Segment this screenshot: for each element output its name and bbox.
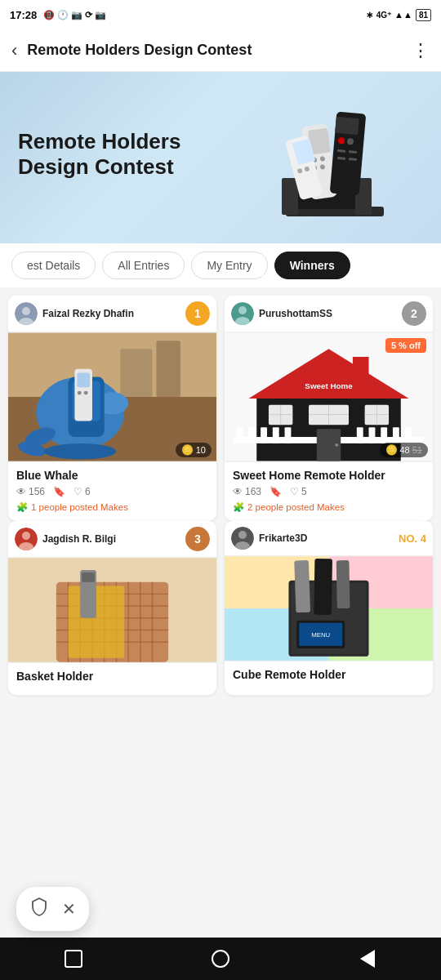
square-icon xyxy=(65,950,82,968)
rank-badge-1: 1 xyxy=(185,301,210,326)
svg-rect-101 xyxy=(294,560,310,612)
triangle-icon xyxy=(360,950,375,968)
coin-value-1: 10 xyxy=(196,445,206,455)
card-image-4: MENU xyxy=(225,555,433,662)
likes-stat-2: ♡ 5 xyxy=(290,486,307,497)
bookmark-icon: 🔖 xyxy=(53,486,65,497)
discount-badge-2: 5 % off xyxy=(385,338,426,353)
svg-text:MENU: MENU xyxy=(311,631,330,639)
card-info-4: Cube Remote Holder xyxy=(225,662,433,693)
status-right-icons: ∗ 4G⁺ ▲▲ 81 xyxy=(366,9,431,21)
heart-icon-2: ♡ xyxy=(290,486,299,497)
banner-illustration xyxy=(220,80,433,243)
banner-text: Remote Holders Design Contest xyxy=(18,129,180,180)
svg-rect-28 xyxy=(156,341,180,397)
makes-icon-2: 🧩 xyxy=(233,501,244,513)
makes-icon-1: 🧩 xyxy=(16,501,28,513)
tab-winners[interactable]: Winners xyxy=(274,252,350,279)
makes-line-2: 🧩 2 people posted Makes xyxy=(233,501,425,513)
card-title-2: Sweet Home Remote Holder xyxy=(233,469,425,482)
svg-rect-56 xyxy=(393,427,399,443)
coin-icon-2: 🪙 xyxy=(385,444,398,456)
svg-rect-36 xyxy=(77,373,90,388)
eye-icon-2: 👁 xyxy=(233,486,243,497)
user-avatar-4 xyxy=(231,527,254,550)
circle-icon xyxy=(212,950,229,968)
svg-rect-103 xyxy=(336,560,350,608)
svg-point-39 xyxy=(44,443,116,460)
views-stat-2: 👁 163 xyxy=(233,486,261,497)
user-name-3: Jagdish R. Bilgi xyxy=(42,533,180,545)
winner-card-2[interactable]: PurushottamSS 2 xyxy=(225,296,433,521)
contest-banner: Remote Holders Design Contest xyxy=(0,72,441,243)
back-button[interactable]: ‹ xyxy=(11,42,17,60)
svg-rect-52 xyxy=(285,427,292,443)
svg-point-23 xyxy=(22,307,30,315)
svg-rect-49 xyxy=(248,427,255,443)
card-image-1: 🪙 10 xyxy=(8,332,216,462)
heart-icon: ♡ xyxy=(74,486,82,497)
bookmark-stat-1: 🔖 xyxy=(53,486,65,497)
svg-rect-50 xyxy=(261,427,267,443)
card-info-2: Sweet Home Remote Holder 👁 163 🔖 ♡ 5 🧩 2… xyxy=(225,462,433,521)
svg-rect-102 xyxy=(314,559,332,615)
coin-badge-2: 🪙 48 51 xyxy=(380,443,429,457)
card-info-1: Blue Whale 👁 156 🔖 ♡ 6 🧩 1 people posted… xyxy=(8,462,216,521)
coin-value-2: 48 xyxy=(400,445,410,455)
card-title-4: Cube Remote Holder xyxy=(233,668,425,681)
coin-icon-1: 🪙 xyxy=(181,444,194,456)
nav-back-button[interactable] xyxy=(353,944,382,973)
user-avatar-3 xyxy=(15,528,38,550)
coin-strike-2: 51 xyxy=(412,445,422,455)
svg-rect-54 xyxy=(369,427,376,443)
card-user-row-4: Frikarte3D NO. 4 xyxy=(225,521,433,555)
svg-rect-57 xyxy=(405,427,412,443)
banner-title-line1: Remote Holders xyxy=(18,129,180,154)
tab-my-entry[interactable]: My Entry xyxy=(191,252,267,279)
more-options-button[interactable]: ⋮ xyxy=(412,40,430,61)
toast-close-button[interactable]: ✕ xyxy=(62,899,76,919)
winner-card-4[interactable]: Frikarte3D NO. 4 MENU xyxy=(225,521,433,695)
winner-card-3[interactable]: Jagdish R. Bilgi 3 xyxy=(8,521,216,695)
card-stats-1: 👁 156 🔖 ♡ 6 xyxy=(16,486,208,497)
svg-rect-48 xyxy=(237,427,243,443)
svg-rect-55 xyxy=(381,427,387,443)
bookmark-stat-2: 🔖 xyxy=(270,486,282,497)
card-stats-2: 👁 163 🔖 ♡ 5 xyxy=(233,486,425,497)
svg-point-37 xyxy=(78,391,82,395)
signal-icons: 📵 🕐 📷 ⟳ 📷 xyxy=(43,10,106,20)
banner-title-line2: Design Contest xyxy=(18,154,180,180)
svg-point-68 xyxy=(335,443,338,447)
page-title: Remote Holders Design Contest xyxy=(27,42,412,59)
card-title-3: Basket Holder xyxy=(16,670,208,683)
svg-point-92 xyxy=(238,531,247,539)
card-user-row-3: Jagdish R. Bilgi 3 xyxy=(8,521,216,557)
svg-rect-46 xyxy=(353,357,369,385)
winner-card-1[interactable]: Faizal Rezky Dhafin 1 xyxy=(8,296,216,521)
svg-rect-11 xyxy=(335,117,359,135)
shield-icon xyxy=(29,897,49,921)
user-name-2: PurushottamSS xyxy=(259,308,397,319)
eye-icon: 👁 xyxy=(16,486,26,497)
bottom-navigation xyxy=(0,938,441,980)
user-avatar-1 xyxy=(15,302,38,325)
svg-point-71 xyxy=(22,532,30,540)
views-stat-1: 👁 156 xyxy=(16,486,45,497)
bottom-toast: ✕ xyxy=(16,887,89,931)
card-user-row-1: Faizal Rezky Dhafin 1 xyxy=(8,296,216,332)
svg-rect-27 xyxy=(120,349,152,397)
rank-badge-3: 3 xyxy=(185,527,210,551)
nav-home-button[interactable] xyxy=(206,944,235,973)
top-navigation: ‹ Remote Holders Design Contest ⋮ xyxy=(0,29,441,72)
svg-rect-2 xyxy=(282,178,298,215)
svg-rect-53 xyxy=(357,427,363,443)
winners-grid: Faizal Rezky Dhafin 1 xyxy=(0,287,441,521)
tab-contest-details[interactable]: est Details xyxy=(11,252,96,279)
nav-square-button[interactable] xyxy=(59,944,88,973)
coin-badge-1: 🪙 10 xyxy=(176,443,212,457)
svg-point-41 xyxy=(238,306,247,314)
card-image-2: Sweet Home 5 % off 🪙 48 51 xyxy=(225,332,433,462)
card-user-row-2: PurushottamSS 2 xyxy=(225,296,433,332)
card-info-3: Basket Holder xyxy=(8,663,216,695)
tab-all-entries[interactable]: All Entries xyxy=(102,252,185,279)
